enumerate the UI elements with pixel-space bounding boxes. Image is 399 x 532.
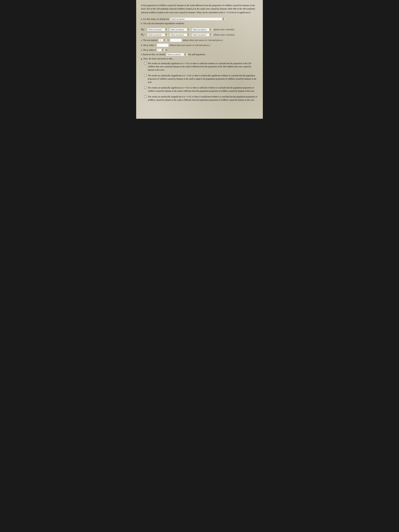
- part-c-select[interactable]: ?: [158, 39, 166, 42]
- part-f-label: f. Based on this, we should: [141, 53, 165, 56]
- part-e-select[interactable]: ?: [157, 48, 165, 52]
- part-c-label: c. The test statistic: [141, 39, 158, 42]
- part-a-select[interactable]: Select an answer: [170, 17, 226, 21]
- part-c-equals: =: [168, 39, 169, 42]
- part-e-alpha: α: [166, 49, 167, 51]
- part-a-select-wrapper: Select an answer ▼: [170, 17, 226, 21]
- part-c-select-wrapper: ? ▼: [158, 39, 166, 42]
- h1-hint: (Please enter a decimal): [214, 34, 234, 36]
- conclusion-3-text: The results are statistically significan…: [148, 86, 258, 93]
- part-b-label: b. The null and alternative hypotheses w…: [141, 22, 184, 25]
- h1-select2-wrapper: Select an answer ▼: [169, 33, 190, 36]
- h1-select2[interactable]: Select an answer: [169, 33, 190, 36]
- conclusion-1-text: The results are statistically significan…: [148, 62, 258, 72]
- conclusion-2-radio[interactable]: [144, 74, 146, 77]
- bottom-surface: [0, 119, 399, 145]
- part-f-suffix: the null hypothesis.: [188, 53, 206, 56]
- conclusion-4-radio[interactable]: [144, 95, 146, 98]
- part-e-section: e. The p-value is ? ▼ α: [141, 48, 258, 52]
- part-d-label: d. The p-value =: [141, 44, 156, 47]
- h0-row: H0: Select an answer ▼ Select an answer …: [141, 28, 258, 31]
- conclusion-3: The results are statistically significan…: [144, 86, 258, 93]
- part-f-select-wrapper: Select an answer ▼: [166, 53, 187, 56]
- part-a-label: a. For this study, we should use: [141, 17, 169, 21]
- h0-select2-wrapper: Select an answer ▼: [169, 28, 190, 31]
- question-text: Is the proportion of wildfires caused by…: [141, 4, 258, 14]
- hypotheses-section: H0: Select an answer ▼ Select an answer …: [141, 28, 258, 37]
- part-f-section: f. Based on this, we should Select an an…: [141, 53, 258, 56]
- conclusion-3-radio[interactable]: [144, 86, 146, 89]
- h0-select3[interactable]: Select an answer: [192, 28, 213, 31]
- conclusion-1-radio[interactable]: [144, 62, 146, 64]
- conclusion-4-text: The results are statistically insignific…: [148, 95, 258, 102]
- part-f-select[interactable]: Select an answer: [166, 53, 187, 56]
- conclusion-1: The results are statistically significan…: [144, 62, 258, 72]
- h0-select1-wrapper: Select an answer ▼: [147, 28, 168, 31]
- part-c-hint: (please show your answer to 3 decimal pl…: [183, 39, 223, 41]
- part-g-label: g. Thus, the final conclusion is that ..…: [141, 57, 258, 60]
- part-g-section: g. Thus, the final conclusion is that ..…: [141, 57, 258, 102]
- conclusions-list: The results are statistically significan…: [144, 62, 258, 102]
- h1-select3-wrapper: Select an answer ▼: [192, 33, 213, 36]
- h1-select1[interactable]: Select an answer: [147, 33, 168, 36]
- h1-select3[interactable]: Select an answer: [192, 33, 213, 36]
- part-c-input[interactable]: [170, 38, 182, 42]
- h0-select1[interactable]: Select an answer: [147, 28, 168, 31]
- part-a-section: a. For this study, we should use Select …: [141, 17, 258, 21]
- h1-select1-wrapper: Select an answer ▼: [147, 33, 168, 36]
- h0-hint: (please enter a decimal): [214, 28, 234, 31]
- h0-select3-wrapper: Select an answer ▼: [192, 28, 213, 31]
- part-e-select-wrapper: ? ▼: [157, 48, 165, 52]
- h1-row: H1: Select an answer ▼ Select an answer …: [141, 33, 258, 37]
- conclusion-2-text: The results are statistically insignific…: [148, 74, 258, 84]
- conclusion-4: The results are statistically insignific…: [144, 95, 258, 102]
- conclusion-2: The results are statistically insignific…: [144, 74, 258, 84]
- part-c-section: c. The test statistic ? ▼ = (please show…: [141, 38, 258, 42]
- h0-label: H0:: [141, 28, 146, 31]
- part-d-hint: (Please show your answer to 4 decimal pl…: [170, 44, 210, 46]
- part-e-label: e. The p-value is: [141, 49, 156, 51]
- h1-label: H1:: [141, 33, 146, 37]
- part-d-input[interactable]: [157, 43, 169, 47]
- part-b-section: b. The null and alternative hypotheses w…: [141, 22, 258, 25]
- h0-select2[interactable]: Select an answer: [169, 28, 190, 31]
- part-d-section: d. The p-value = (Please show your answe…: [141, 43, 258, 47]
